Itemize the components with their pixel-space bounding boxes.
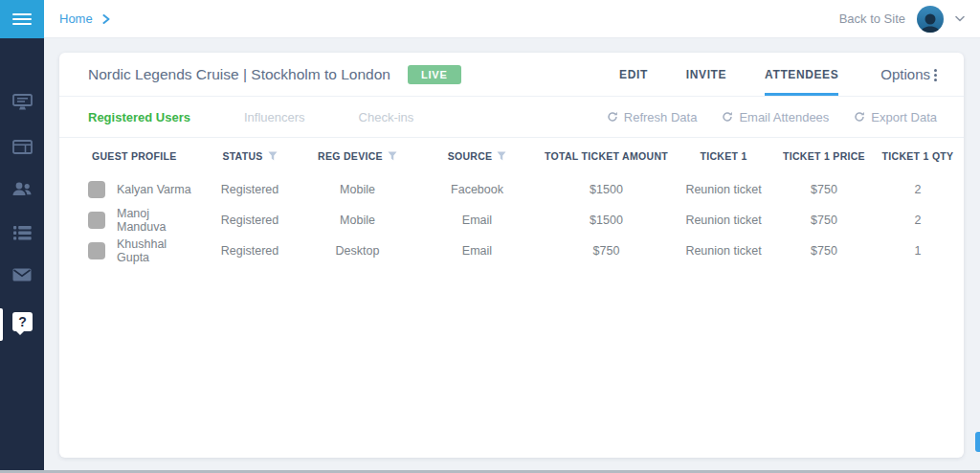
- card-window-icon: [12, 140, 33, 154]
- ticket1-qty-cell: 1: [872, 236, 964, 266]
- ticket1-cell: Reunion ticket: [671, 236, 776, 266]
- ticket1-qty-cell: 2: [872, 174, 964, 205]
- col-source: SOURCE: [412, 138, 542, 174]
- refresh-icon: [607, 111, 618, 123]
- ticket1-price-cell: $750: [776, 236, 872, 266]
- reg-device-cell: Mobile: [302, 205, 412, 236]
- account-chevron-down-icon[interactable]: [955, 15, 965, 22]
- subtab-influencers[interactable]: Influencers: [244, 110, 305, 124]
- sidebar-item-lists[interactable]: [0, 226, 44, 240]
- chevron-right-icon: [102, 14, 110, 24]
- table-header-row: GUEST PROFILE STATUS REG DEVICE SOURCE T…: [59, 138, 964, 174]
- guest-name: Khushhal Gupta: [117, 237, 197, 264]
- status-cell: Registered: [197, 205, 302, 236]
- guest-avatar-placeholder: [88, 242, 105, 259]
- tab-attendees[interactable]: ATTENDEES: [765, 53, 838, 96]
- attendees-table: GUEST PROFILE STATUS REG DEVICE SOURCE T…: [59, 138, 964, 266]
- ticket1-qty-cell: 2: [872, 205, 964, 236]
- col-status: STATUS: [197, 138, 302, 174]
- display-lines-icon: [12, 94, 33, 110]
- sidebar-item-announcements[interactable]: [0, 94, 44, 110]
- sidebar-item-messages[interactable]: [0, 268, 44, 282]
- reg-device-cell: Desktop: [302, 236, 412, 266]
- kebab-menu-icon: [934, 69, 937, 81]
- col-total-ticket-amount: TOTAL TICKET AMOUNT: [542, 138, 671, 174]
- guest-avatar-placeholder: [88, 181, 105, 198]
- live-status-badge: LIVE: [408, 65, 461, 84]
- total-ticket-amount-cell: $1500: [542, 174, 671, 205]
- filter-icon[interactable]: [497, 151, 506, 161]
- person-photo-icon: [917, 9, 944, 33]
- options-label: Options: [880, 66, 930, 82]
- table-row[interactable]: Khushhal Gupta Registered Desktop Email …: [59, 236, 964, 266]
- subnav-actions: Refresh Data Email Attendees Export Data: [607, 110, 937, 124]
- sidebar-item-pages[interactable]: [0, 140, 44, 154]
- filter-icon[interactable]: [268, 151, 278, 161]
- total-ticket-amount-cell: $1500: [542, 205, 671, 236]
- status-cell: Registered: [197, 174, 302, 205]
- tab-invite[interactable]: INVITE: [686, 53, 726, 96]
- event-header: Nordic Legends Cruise | Stockholm to Lon…: [59, 53, 964, 97]
- export-data-button[interactable]: Export Data: [854, 110, 937, 124]
- ticket1-price-cell: $750: [776, 205, 872, 236]
- help-icon[interactable]: ?: [12, 312, 33, 331]
- subtab-registered-users[interactable]: Registered Users: [88, 110, 190, 124]
- event-tabs: EDIT INVITE ATTENDEES Options: [581, 53, 937, 96]
- users-icon: [11, 182, 33, 196]
- col-ticket1-qty: TICKET 1 QTY: [872, 138, 964, 174]
- col-ticket1-price: TICKET 1 PRICE: [776, 138, 872, 174]
- filter-icon[interactable]: [388, 151, 397, 161]
- reg-device-cell: Mobile: [302, 174, 412, 205]
- event-card: Nordic Legends Cruise | Stockholm to Lon…: [59, 53, 964, 458]
- table-row[interactable]: Kalyan Varma Registered Mobile Facebook …: [59, 174, 964, 205]
- table-row[interactable]: Manoj Manduva Registered Mobile Email $1…: [59, 205, 964, 236]
- status-cell: Registered: [197, 236, 302, 266]
- col-ticket1: TICKET 1: [671, 138, 776, 174]
- refresh-icon: [854, 111, 865, 123]
- menu-toggle-button[interactable]: [0, 0, 44, 38]
- mail-icon: [12, 268, 32, 282]
- list-rows-icon: [13, 226, 32, 240]
- sidebar-item-attendees[interactable]: [0, 182, 44, 196]
- user-avatar[interactable]: [917, 6, 944, 33]
- ticket1-price-cell: $750: [776, 174, 872, 205]
- source-cell: Facebook: [412, 174, 542, 205]
- refresh-data-button[interactable]: Refresh Data: [607, 110, 698, 124]
- ticket1-cell: Reunion ticket: [671, 205, 776, 236]
- guest-avatar-placeholder: [88, 212, 105, 229]
- source-cell: Email: [412, 236, 542, 266]
- event-title: Nordic Legends Cruise | Stockholm to Lon…: [88, 66, 390, 83]
- tab-edit[interactable]: EDIT: [619, 53, 648, 96]
- col-guest-profile: GUEST PROFILE: [59, 138, 197, 174]
- source-cell: Email: [412, 205, 542, 236]
- total-ticket-amount-cell: $750: [542, 236, 671, 266]
- attendees-subnav: Registered Users Influencers Check-ins R…: [59, 97, 964, 138]
- sidebar-edge-highlight: [0, 308, 3, 341]
- topbar: Home Back to Site: [44, 0, 980, 38]
- guest-name: Manoj Manduva: [117, 207, 197, 234]
- back-to-site-link[interactable]: Back to Site: [839, 11, 905, 26]
- options-button[interactable]: Options: [880, 53, 937, 96]
- guest-name: Kalyan Varma: [117, 183, 191, 196]
- email-attendees-button[interactable]: Email Attendees: [722, 110, 829, 124]
- sidebar: ?: [0, 38, 44, 470]
- subtab-check-ins[interactable]: Check-ins: [359, 110, 414, 124]
- breadcrumb[interactable]: Home: [59, 11, 110, 26]
- refresh-icon: [722, 111, 733, 123]
- ticket1-cell: Reunion ticket: [671, 174, 776, 205]
- col-reg-device: REG DEVICE: [302, 138, 412, 174]
- breadcrumb-home-link[interactable]: Home: [59, 11, 93, 26]
- edge-panel-handle[interactable]: [975, 432, 980, 452]
